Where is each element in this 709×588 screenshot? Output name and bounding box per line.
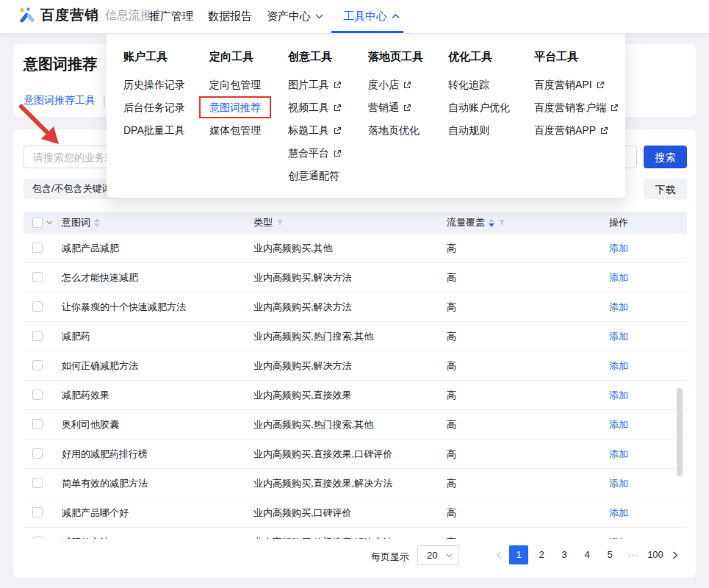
row-checkbox[interactable]	[32, 419, 43, 429]
row-checkbox[interactable]	[32, 448, 43, 459]
dropdown-item[interactable]: 营销通	[368, 96, 411, 119]
tab-intent-word-tool[interactable]: 意图词推荐工具	[24, 94, 96, 107]
dropdown-item-label: 自动规则	[448, 124, 489, 137]
pager-prev[interactable]	[492, 545, 505, 564]
pager-page[interactable]: 3	[555, 545, 574, 564]
pager-page[interactable]: 1	[509, 545, 528, 564]
dropdown-item[interactable]: 百度营销APP	[534, 119, 608, 142]
add-link[interactable]: 添加	[589, 293, 648, 321]
dropdown-item[interactable]: 百度营销客户端	[534, 96, 619, 119]
column-header-type: 类型	[253, 216, 273, 229]
row-checkbox[interactable]	[32, 478, 43, 488]
intent-word-cell: 怎么才能快速减肥	[62, 263, 138, 292]
row-checkbox[interactable]	[32, 537, 43, 539]
sort-icon[interactable]	[94, 218, 100, 227]
coverage-cell: 高	[447, 234, 456, 262]
add-link[interactable]: 添加	[589, 234, 648, 262]
add-link[interactable]: 添加	[589, 351, 648, 380]
pager-page[interactable]: 5	[600, 545, 619, 564]
row-checkbox[interactable]	[32, 243, 43, 253]
download-button[interactable]: 下载	[644, 179, 687, 199]
intent-word-cell: 减肥药	[62, 322, 90, 351]
sort-icon[interactable]	[489, 218, 494, 227]
dropdown-item[interactable]: 后台任务记录	[123, 96, 185, 119]
filter-icon[interactable]	[498, 219, 505, 226]
scrollbar-thumb[interactable]	[677, 388, 683, 476]
add-link[interactable]: 添加	[589, 528, 648, 539]
dropdown-item[interactable]: 视频工具	[288, 96, 342, 119]
dropdown-item[interactable]: 落地页优化	[368, 119, 420, 142]
dropdown-column-title: 定向工具	[209, 49, 261, 64]
dropdown-item[interactable]: 历史操作记录	[123, 74, 185, 96]
type-cell: 业内高频购买,热门搜索,解决方法	[253, 528, 392, 539]
add-link[interactable]: 添加	[589, 469, 648, 498]
add-link[interactable]: 添加	[589, 381, 648, 409]
add-link[interactable]: 添加	[589, 322, 648, 351]
table-row: 让你暴瘦的十个快速减肥方法 业内高频购买,解决方法 高 添加	[24, 293, 687, 322]
type-cell: 业内高频购买,直接效果,解决方法	[253, 469, 392, 498]
dropdown-column: 创意工具 图片工具视频工具标题工具慧合平台创意通配符	[288, 49, 342, 187]
row-checkbox[interactable]	[32, 331, 43, 341]
app-root: 百度营销 信息流推广 推广管理 数据报告 资产中心 工具中心 意图词推荐 意图词…	[0, 0, 709, 588]
external-link-icon	[596, 81, 605, 90]
dropdown-item[interactable]: 转化追踪	[448, 74, 489, 96]
table-row: 减肥药 业内高频购买,热门搜索,其他 高 添加	[24, 322, 687, 351]
dropdown-item[interactable]: 定向包管理	[209, 74, 261, 96]
external-link-icon	[333, 104, 342, 112]
dropdown-item-label: DPA批量工具	[123, 124, 185, 137]
row-checkbox[interactable]	[32, 507, 43, 517]
dropdown-item[interactable]: 意图词推荐	[209, 96, 261, 119]
row-checkbox[interactable]	[32, 301, 43, 312]
dropdown-item[interactable]: 百度营销API	[534, 74, 605, 96]
row-checkbox[interactable]	[32, 272, 43, 282]
coverage-cell: 高	[447, 410, 456, 439]
page-size-select[interactable]: 20	[417, 545, 459, 565]
dropdown-item[interactable]: 自动账户优化	[448, 96, 510, 119]
table-row: 简单有效的减肥方法 业内高频购买,直接效果,解决方法 高 添加	[24, 469, 687, 498]
pager-page[interactable]: 2	[532, 545, 551, 564]
dropdown-item[interactable]: 自动规则	[448, 119, 489, 142]
table-header: 意图词 类型 流量覆盖 操作	[24, 212, 687, 234]
dropdown-item[interactable]: 慧合平台	[288, 142, 342, 165]
dropdown-item-label: 标题工具	[288, 124, 329, 137]
intent-word-cell: 奥利司他胶囊	[62, 410, 119, 439]
add-link[interactable]: 添加	[589, 263, 648, 292]
row-checkbox[interactable]	[32, 360, 43, 370]
nav-item-promotion[interactable]: 推广管理	[149, 0, 193, 32]
table-row: 如何正确减肥方法 业内高频购买,解决方法 高 添加	[24, 351, 687, 381]
chevron-up-icon	[392, 14, 400, 19]
table-row: 减肥的方法 业内高频购买,热门搜索,解决方法 高 添加	[24, 528, 687, 539]
pager-next[interactable]	[669, 545, 682, 564]
page-size-value: 20	[427, 550, 437, 561]
chevron-down-icon[interactable]	[46, 220, 53, 225]
dropdown-item-label: 图片工具	[288, 79, 329, 92]
search-button[interactable]: 搜索	[644, 146, 687, 168]
nav-item-assets[interactable]: 资产中心	[267, 0, 323, 32]
add-link[interactable]: 添加	[589, 498, 648, 527]
filter-icon[interactable]	[276, 219, 284, 226]
pager-page[interactable]: 4	[577, 545, 597, 564]
select-all-checkbox[interactable]	[32, 218, 43, 228]
dropdown-column-items: 转化追踪自动账户优化自动规则	[448, 74, 510, 142]
dropdown-item[interactable]: 创意通配符	[288, 165, 339, 187]
row-checkbox[interactable]	[32, 390, 43, 400]
dropdown-item-label: 百度营销APP	[534, 124, 596, 137]
dropdown-column: 定向工具 定向包管理意图词推荐媒体包管理	[209, 49, 261, 142]
dropdown-item[interactable]: 媒体包管理	[209, 119, 261, 142]
add-link[interactable]: 添加	[589, 410, 648, 439]
dropdown-item[interactable]: 度小店	[368, 74, 411, 96]
dropdown-item-label: 百度营销API	[534, 79, 592, 92]
external-link-icon	[403, 104, 411, 112]
dropdown-item[interactable]: DPA批量工具	[123, 119, 185, 142]
dropdown-item[interactable]: 图片工具	[288, 74, 342, 96]
keyword-filter-chip[interactable]: 包含/不包含关键词	[24, 179, 120, 199]
page-size-label: 每页显示	[371, 551, 409, 564]
dropdown-item-label: 自动账户优化	[448, 101, 510, 115]
logo-icon	[18, 6, 37, 25]
nav-item-tools[interactable]: 工具中心	[343, 0, 400, 32]
nav-item-reports[interactable]: 数据报告	[208, 0, 252, 32]
dropdown-column-items: 百度营销API百度营销客户端百度营销APP	[534, 74, 619, 142]
pager-page[interactable]: 100	[646, 545, 665, 564]
dropdown-item[interactable]: 标题工具	[288, 119, 342, 142]
add-link[interactable]: 添加	[589, 440, 648, 468]
